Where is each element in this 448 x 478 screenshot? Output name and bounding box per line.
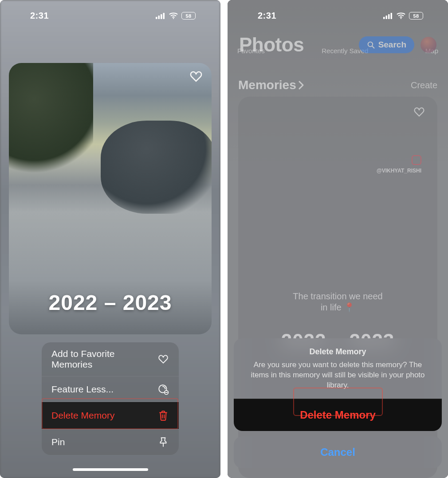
app-title: Photos bbox=[239, 34, 304, 56]
menu-item-label: Delete Memory bbox=[51, 410, 114, 421]
avatar[interactable] bbox=[420, 37, 436, 53]
menu-item-label: Pin bbox=[51, 437, 65, 447]
wifi-icon bbox=[397, 12, 405, 19]
memory-title: 2022 – 2023 bbox=[9, 290, 212, 315]
watermark-handle: @VIKHYAT_RISHI bbox=[377, 168, 421, 174]
svg-rect-14 bbox=[391, 13, 393, 19]
svg-rect-11 bbox=[383, 17, 385, 19]
svg-rect-3 bbox=[163, 13, 165, 19]
heart-icon bbox=[157, 353, 169, 365]
svg-rect-12 bbox=[386, 16, 388, 19]
feature-less-icon bbox=[157, 384, 169, 395]
memories-section-header: Memories Create bbox=[238, 78, 437, 92]
battery-icon: 58 bbox=[409, 12, 423, 20]
svg-point-15 bbox=[401, 18, 401, 19]
delete-memory-button[interactable]: Delete Memory bbox=[234, 399, 442, 431]
search-icon bbox=[367, 41, 375, 49]
overlay-caption: The transition we need in life 📍 bbox=[238, 291, 437, 313]
svg-rect-1 bbox=[158, 16, 160, 19]
cancel-button[interactable]: Cancel bbox=[234, 436, 442, 468]
phone-right-action-sheet: 2:31 58 Photos Search Favorites Recently… bbox=[228, 0, 448, 478]
instagram-icon bbox=[412, 155, 421, 165]
pin-icon bbox=[157, 436, 169, 448]
status-time: 2:31 bbox=[30, 11, 49, 21]
scenery-tree bbox=[9, 63, 93, 183]
context-menu: Add to Favorite Memories Feature Less...… bbox=[42, 342, 179, 455]
svg-rect-0 bbox=[156, 17, 157, 19]
battery-icon: 58 bbox=[181, 12, 196, 20]
cellular-icon bbox=[156, 13, 165, 19]
chevron-right-icon bbox=[298, 81, 304, 90]
heart-icon[interactable] bbox=[189, 70, 203, 83]
action-sheet: Delete Memory Are you sure you want to d… bbox=[234, 338, 442, 468]
menu-item-feature-less[interactable]: Feature Less... bbox=[42, 376, 179, 402]
watermark: @VIKHYAT_RISHI bbox=[377, 155, 421, 174]
svg-point-4 bbox=[173, 18, 174, 19]
home-indicator[interactable] bbox=[73, 468, 148, 471]
status-bar: 2:31 58 bbox=[0, 11, 220, 21]
heart-icon[interactable] bbox=[413, 106, 425, 118]
wifi-icon bbox=[169, 12, 178, 19]
status-bar: 2:31 58 bbox=[228, 11, 448, 21]
section-name[interactable]: Memories bbox=[238, 78, 304, 92]
memory-card[interactable]: 2022 – 2023 bbox=[9, 63, 212, 334]
svg-rect-2 bbox=[161, 14, 162, 19]
action-sheet-card: Delete Memory Are you sure you want to d… bbox=[234, 338, 442, 431]
create-button[interactable]: Create bbox=[411, 80, 437, 90]
menu-item-label: Feature Less... bbox=[51, 384, 114, 395]
scenery-hill bbox=[101, 121, 212, 214]
action-sheet-header: Delete Memory Are you sure you want to d… bbox=[234, 338, 442, 399]
phone-left-context-menu: 2:31 58 2022 – 2023 Add to Favorite Memo… bbox=[0, 0, 220, 478]
trash-icon bbox=[157, 410, 169, 421]
sheet-title: Delete Memory bbox=[245, 347, 430, 357]
status-right-cluster: 58 bbox=[156, 12, 196, 20]
menu-item-pin[interactable]: Pin bbox=[42, 429, 179, 455]
photos-header: Photos Search bbox=[239, 34, 436, 56]
menu-item-add-favorite[interactable]: Add to Favorite Memories bbox=[42, 342, 179, 376]
search-button[interactable]: Search bbox=[359, 36, 414, 53]
menu-item-delete-memory[interactable]: Delete Memory bbox=[42, 402, 179, 429]
svg-line-17 bbox=[372, 46, 374, 48]
menu-item-label: Add to Favorite Memories bbox=[51, 349, 140, 370]
status-right-cluster: 58 bbox=[383, 12, 423, 20]
status-time: 2:31 bbox=[258, 11, 276, 21]
svg-rect-13 bbox=[388, 14, 390, 19]
search-label: Search bbox=[378, 40, 406, 50]
sheet-message: Are you sure you want to delete this mem… bbox=[245, 360, 430, 391]
cellular-icon bbox=[383, 13, 393, 19]
